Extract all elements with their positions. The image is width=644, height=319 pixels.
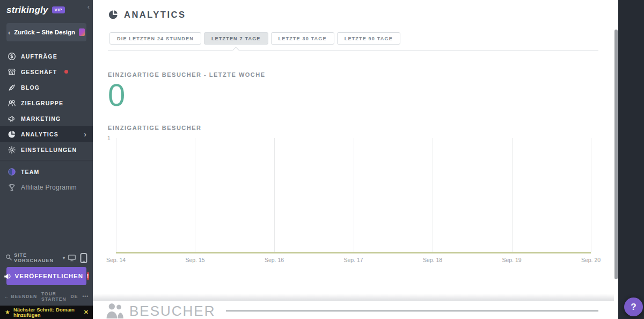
sidebar-item-label: ANALYTICS: [21, 131, 58, 137]
visitors-heading: BESUCHER: [129, 303, 215, 319]
sidebar-item-label: ZIELGRUPPE: [21, 100, 63, 106]
site-doc-icon: [79, 28, 85, 36]
notification-text: Nächster Schritt: Domain hinzufügen: [13, 307, 77, 318]
sidebar-item-team[interactable]: TEAM: [0, 164, 93, 179]
sidebar-item-blog[interactable]: BLOG: [0, 79, 93, 95]
vip-badge: VIP: [52, 6, 65, 13]
x-axis-label: Sep. 19: [502, 257, 521, 263]
analytics-panel: ANALYTICS DIE LETZTEN 24 STUNDENLETZTEN …: [93, 0, 614, 319]
app-root: strikingly VIP ‹ ‹ Zurück – Site Design …: [0, 0, 644, 319]
unique-visitors-chart-label: EINZIGARTIGE BESUCHER: [108, 125, 598, 131]
audience-icon: [7, 98, 16, 107]
close-icon[interactable]: ✕: [84, 309, 89, 316]
back-arrow-icon: ←: [4, 294, 10, 299]
back-button-label: Zurück – Site Design: [14, 29, 75, 35]
scrollbar-thumb[interactable]: [614, 30, 618, 279]
unique-visitors-chart: 1 Sep. 14Sep. 15Sep. 16Sep. 17Sep. 18Sep…: [116, 138, 591, 253]
desktop-preview-icon[interactable]: [68, 254, 76, 262]
publish-label: VERÖFFENTLICHEN: [15, 273, 83, 279]
page-title: ANALYTICS: [124, 10, 186, 20]
visitors-heading-rule: [226, 310, 598, 311]
tab-last-90-days[interactable]: LETZTE 90 TAGE: [337, 32, 400, 45]
sidebar-footer: ←BEENDENTOUR STARTENDE•••: [0, 291, 93, 306]
sidebar-item-analytics[interactable]: ANALYTICS›: [0, 126, 93, 142]
sidebar-item-label: BLOG: [21, 84, 40, 91]
sidebar-item-affiliate[interactable]: Affiliate Programm: [0, 179, 93, 195]
storefront-icon: [7, 67, 16, 76]
gear-icon: [7, 145, 16, 154]
chart-gridline: [116, 138, 116, 252]
sidebar-item-label: AUFTRÄGE: [21, 53, 57, 60]
back-to-site-design-button[interactable]: ‹ Zurück – Site Design: [6, 23, 86, 41]
megaphone-icon: [7, 114, 16, 123]
chevron-left-icon: ‹: [8, 28, 10, 37]
chart-baseline: [116, 252, 591, 253]
team-icon: [7, 167, 16, 176]
unique-visitors-week-value: 0: [108, 79, 598, 111]
collapse-sidebar-icon[interactable]: ‹: [87, 3, 90, 11]
sidebar-item-auftraege[interactable]: AUFTRÄGE: [0, 48, 93, 64]
sidebar-menu: AUFTRÄGEGESCHÄFTBLOGZIELGRUPPEMARKETINGA…: [0, 48, 93, 195]
visitors-icon: [106, 302, 124, 319]
visitors-section: BESUCHER: [93, 301, 614, 319]
mobile-preview-icon[interactable]: [80, 253, 87, 263]
x-axis-label: Sep. 17: [343, 257, 363, 263]
footer-link-more[interactable]: •••: [82, 294, 89, 299]
x-axis-label: Sep. 18: [423, 257, 442, 263]
dollar-circle-icon: [7, 52, 16, 61]
time-range-tabs: DIE LETZTEN 24 STUNDENLETZTEN 7 TAGELETZ…: [109, 32, 598, 45]
star-icon: ★: [5, 309, 10, 316]
footer-link-beenden[interactable]: ←BEENDEN: [4, 294, 37, 299]
chevron-down-icon: ▾: [63, 256, 65, 260]
right-edge-band: [618, 0, 644, 319]
sidebar-item-label: MARKETING: [21, 115, 61, 122]
sidebar-item-label: EINSTELLUNGEN: [21, 147, 77, 153]
chart-gridline: [354, 138, 354, 252]
sidebar: strikingly VIP ‹ ‹ Zurück – Site Design …: [0, 0, 93, 319]
quill-icon: [7, 83, 16, 92]
sidebar-divider: [0, 160, 93, 161]
help-button[interactable]: ?: [624, 298, 643, 316]
search-icon: [5, 254, 12, 262]
trophy-icon: [7, 183, 16, 192]
pie-chart-icon: [108, 9, 119, 20]
next-step-notification: ★ Nächster Schritt: Domain hinzufügen ✕: [0, 306, 93, 319]
sidebar-item-zielgruppe[interactable]: ZIELGRUPPE: [0, 95, 93, 111]
tab-last-24-hours[interactable]: DIE LETZTEN 24 STUNDEN: [109, 32, 201, 45]
panel-header: ANALYTICS: [108, 0, 598, 20]
chart-gridline: [512, 138, 513, 252]
sidebar-bottom: SITE VORSCHAUEN ▾ VERÖFFENTLICHEN !: [0, 252, 93, 319]
x-axis-label: Sep. 14: [106, 257, 126, 263]
site-preview-label: SITE VORSCHAUEN: [14, 252, 60, 263]
sidebar-item-label: Affiliate Programm: [21, 184, 77, 191]
site-preview-row[interactable]: SITE VORSCHAUEN ▾: [5, 252, 87, 263]
sidebar-item-marketing[interactable]: MARKETING: [0, 111, 93, 126]
tab-last-7-days[interactable]: LETZTEN 7 TAGE: [204, 32, 268, 45]
x-axis-label: Sep. 20: [581, 257, 601, 263]
sidebar-item-label: GESCHÄFT: [21, 69, 57, 75]
logo-row: strikingly VIP ‹: [0, 0, 93, 16]
chart-gridline: [195, 138, 195, 252]
sidebar-item-label: TEAM: [21, 169, 40, 175]
chart-gridline: [433, 138, 433, 252]
footer-link-language[interactable]: DE: [71, 294, 78, 299]
footer-link-tour-starten[interactable]: TOUR STARTEN: [41, 291, 67, 302]
publish-button[interactable]: VERÖFFENTLICHEN !: [6, 267, 86, 285]
tab-notch: [232, 47, 239, 54]
chart-gridline: [274, 138, 275, 252]
device-icons: [68, 253, 87, 263]
megaphone-icon: [4, 273, 11, 280]
chevron-right-icon: ›: [84, 130, 87, 139]
strikingly-logo: strikingly: [6, 5, 48, 16]
chart-gridline: [591, 138, 591, 252]
publish-alert-badge: !: [87, 272, 89, 280]
notification-dot: [64, 70, 68, 74]
tab-last-30-days[interactable]: LETZTE 30 TAGE: [271, 32, 334, 45]
pie-chart-icon: [7, 129, 16, 139]
y-axis-tick: 1: [107, 135, 111, 141]
x-axis-label: Sep. 16: [265, 257, 284, 263]
x-axis-label: Sep. 15: [185, 257, 204, 263]
sidebar-item-geschaeft[interactable]: GESCHÄFT: [0, 64, 93, 79]
sidebar-item-einstellungen[interactable]: EINSTELLUNGEN: [0, 142, 93, 157]
unique-visitors-week-label: EINZIGARTIGE BESUCHER - LETZTE WOCHE: [108, 71, 598, 78]
